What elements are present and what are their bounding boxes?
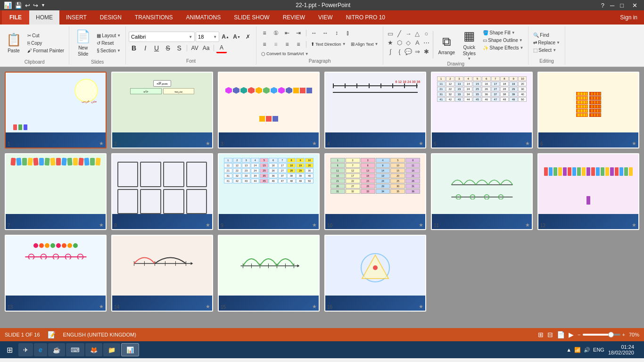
slide-thumb-15[interactable]: 15 ★ — [218, 235, 320, 312]
shape-hex[interactable]: ⬡ — [395, 38, 404, 47]
dec-indent-btn[interactable]: ⇤ — [282, 28, 292, 38]
java-btn[interactable]: ☕ — [48, 343, 65, 356]
format-painter-button[interactable]: 🖌 Format Painter — [25, 47, 66, 54]
keyboard-btn[interactable]: ⌨ — [66, 343, 84, 356]
zoom-out-icon[interactable]: − — [578, 332, 580, 337]
tab-review[interactable]: REVIEW — [276, 10, 312, 25]
folder-btn[interactable]: 📁 — [103, 343, 120, 356]
align-center-btn[interactable]: ≡ — [271, 39, 281, 49]
line-spacing-btn[interactable]: ↕ — [331, 28, 342, 38]
ie-btn[interactable]: e — [34, 343, 47, 356]
shape-callout[interactable]: 💬 — [404, 47, 413, 56]
text-shadow-btn[interactable]: S — [174, 43, 184, 53]
shape-effects-btn[interactable]: ✨ Shape Effects ▼ — [481, 44, 525, 51]
align-text-btn[interactable]: ⊞ Align Text ▼ — [349, 41, 380, 48]
cut-button[interactable]: ✂ Cut — [25, 32, 66, 39]
slide-thumb-6[interactable]: 6 ★ — [537, 72, 639, 148]
reset-button[interactable]: ↺ Reset — [95, 40, 123, 47]
copy-button[interactable]: ⎘ Copy — [25, 40, 66, 47]
tab-file[interactable]: FILE — [2, 10, 29, 25]
inc-indent-btn[interactable]: ⇥ — [293, 28, 304, 38]
font-color-btn[interactable]: A — [216, 43, 227, 53]
slide-thumb-14[interactable]: 14 ★ — [111, 235, 213, 312]
shape-outline-btn[interactable]: ▭ Shape Outline ▼ — [481, 37, 525, 44]
justify-btn[interactable]: ≡ — [293, 39, 304, 49]
slide-thumb-4[interactable]: 61218243036 4 ★ — [324, 72, 426, 148]
new-slide-button[interactable]: 📄 NewSlide — [72, 27, 94, 58]
tab-transitions[interactable]: TRANSITIONS — [128, 10, 180, 25]
shape-fill-btn[interactable]: 🪣 Shape Fill ▼ — [481, 29, 525, 36]
tab-view[interactable]: VIEW — [312, 10, 339, 25]
bullets-btn[interactable]: ≡ — [259, 28, 270, 38]
shape-star[interactable]: ★ — [386, 38, 395, 47]
slide-thumb-16[interactable]: 16 ★ — [324, 235, 426, 312]
numbering-btn[interactable]: ① — [271, 28, 281, 38]
arrange-button[interactable]: ⧉ Arrange — [436, 29, 457, 60]
bold-btn[interactable]: B — [129, 43, 139, 53]
shape-bracket[interactable]: { — [395, 47, 404, 56]
shape-line[interactable]: ╱ — [395, 29, 404, 38]
slide-thumb-11[interactable]: 11 ★ — [431, 153, 533, 230]
section-button[interactable]: § Section ▼ — [95, 47, 123, 54]
convert-smartart-btn[interactable]: ⬡ Convert to SmartArt ▼ — [259, 50, 310, 58]
shape-arrow[interactable]: → — [404, 29, 413, 38]
tab-animations[interactable]: ANIMATIONS — [179, 10, 227, 25]
slide-thumb-1[interactable]: متن عربی 1 ★ — [5, 72, 107, 148]
slide-show-btn[interactable]: ▶ — [569, 331, 574, 338]
qat-undo[interactable]: ↩ — [25, 2, 30, 9]
paste-button[interactable]: 📋 Paste — [3, 27, 25, 58]
font-size-dropdown[interactable]: 18 ▼ — [196, 32, 219, 42]
slide-thumb-9[interactable]: 1234567891011121314151617181920212223242… — [218, 153, 320, 230]
slide-thumb-5[interactable]: 1234567891011121314151617181920212223242… — [431, 72, 533, 148]
powerpoint-taskbar-btn[interactable]: 📊 — [121, 343, 139, 356]
zoom-slider[interactable]: − + — [578, 332, 625, 337]
clear-format-btn[interactable]: ✗ — [243, 32, 253, 42]
decrease-font-btn[interactable]: A▼ — [231, 32, 242, 42]
reading-view-btn[interactable]: 📄 — [557, 331, 565, 338]
zoom-in-icon[interactable]: + — [622, 332, 625, 337]
firefox-btn[interactable]: 🦊 — [85, 343, 102, 356]
tab-design[interactable]: DESIGN — [93, 10, 128, 25]
sign-in-btn[interactable]: Sign in — [615, 12, 642, 23]
rtl-btn[interactable]: ↔ — [320, 28, 330, 38]
italic-btn[interactable]: I — [140, 43, 150, 53]
increase-font-btn[interactable]: A▲ — [220, 32, 231, 42]
restore-btn[interactable]: □ — [620, 2, 624, 9]
align-left-btn[interactable]: ≡ — [259, 39, 270, 49]
minimize-btn[interactable]: ─ — [610, 2, 614, 9]
qat-redo[interactable]: ↪ — [33, 2, 38, 9]
notes-icon[interactable]: 📝 — [48, 331, 56, 338]
slide-thumb-3[interactable]: 3 ★ — [218, 72, 320, 148]
ltr-btn[interactable]: ↔ — [309, 28, 319, 38]
slide-thumb-12[interactable]: 12 ★ — [537, 153, 639, 230]
close-btn[interactable]: ✕ — [629, 2, 640, 9]
shape-tri[interactable]: △ — [413, 29, 421, 38]
tab-nitro[interactable]: NITRO PRO 10 — [339, 10, 392, 25]
help-btn[interactable]: ? — [601, 2, 604, 9]
telegram-btn[interactable]: ✈ — [18, 343, 33, 356]
slide-thumb-7[interactable]: 7 ★ — [5, 153, 107, 230]
strikethrough-btn[interactable]: S — [163, 43, 173, 53]
start-button[interactable]: ⊞ — [2, 343, 17, 356]
underline-btn[interactable]: U — [151, 43, 162, 53]
normal-view-btn[interactable]: ⊞ — [538, 331, 544, 338]
replace-btn[interactable]: ⇄ Replace ▼ — [531, 39, 562, 46]
tab-slideshow[interactable]: SLIDE SHOW — [227, 10, 276, 25]
shape-flow[interactable]: ◇ — [404, 38, 413, 47]
shape-block-arrow[interactable]: ⇒ — [413, 47, 421, 56]
tab-home[interactable]: HOME — [29, 10, 59, 25]
qat-customize[interactable]: ▼ — [41, 3, 45, 8]
slide-sorter-btn[interactable]: ⊟ — [547, 331, 553, 338]
tray-expand[interactable]: ▲ — [566, 347, 571, 353]
tab-insert[interactable]: INSERT — [59, 10, 93, 25]
columns-btn[interactable]: ⫿ — [343, 28, 353, 38]
char-spacing-btn[interactable]: AV — [190, 43, 200, 53]
shape-curve[interactable]: ∫ — [386, 47, 395, 56]
slide-thumb-13[interactable]: 13 ★ — [5, 235, 107, 312]
shape-action[interactable]: ✱ — [422, 47, 430, 56]
select-btn[interactable]: ⬚ Select ▼ — [531, 47, 562, 54]
find-btn[interactable]: 🔍 Find — [531, 32, 562, 39]
text-direction-btn[interactable]: ⬆ Text Direction ▼ — [309, 41, 347, 48]
font-name-dropdown[interactable]: Calibri ▼ — [129, 32, 195, 42]
shape-circle[interactable]: ○ — [422, 29, 430, 38]
